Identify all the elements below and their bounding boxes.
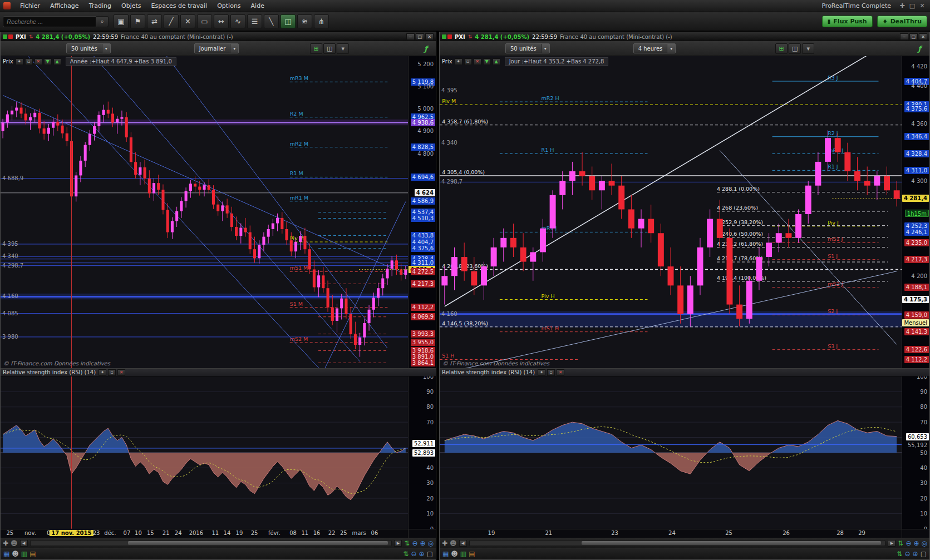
- menu-affichage[interactable]: Affichage: [45, 1, 84, 11]
- panel-detach-icon[interactable]: ▫: [464, 58, 472, 65]
- panel-download-icon[interactable]: ▼: [483, 58, 491, 65]
- window-titlebar[interactable]: PXI ⇅ 4 281,4 (+0,05%) 22:59:59 France 4…: [1, 32, 436, 41]
- crosshair-tool-icon[interactable]: ✚: [442, 540, 447, 547]
- pattern-tool-icon[interactable]: ≋: [297, 14, 312, 28]
- rsi-axis[interactable]: 10090807052,91152,893403020100: [408, 376, 436, 529]
- reset-zoom-icon[interactable]: ◎: [922, 540, 927, 547]
- probacktest-icon[interactable]: ƒ: [914, 43, 925, 54]
- scrollbar-thumb[interactable]: [128, 541, 388, 545]
- move-tool-icon[interactable]: ↔: [214, 14, 229, 28]
- add-indicator-icon[interactable]: ⊞: [775, 43, 788, 54]
- list-icon[interactable]: ▤: [469, 551, 475, 557]
- panel-close-icon[interactable]: ✕: [474, 58, 481, 65]
- price-axis[interactable]: 4 4204 404,74 4004 380,14 375,64 3604 34…: [902, 56, 929, 368]
- units-dropdown[interactable]: 50 unités ▾: [505, 43, 550, 53]
- alerts-icon[interactable]: ⚑: [130, 14, 145, 28]
- scrollbar-track[interactable]: [469, 540, 886, 546]
- chart-style-caret-icon[interactable]: ▾: [802, 43, 814, 54]
- pointer-tool-icon[interactable]: ☻: [450, 540, 457, 547]
- new-chart-icon[interactable]: ▦: [3, 551, 9, 557]
- zoom-out-icon[interactable]: ⊖: [906, 540, 911, 547]
- candlestick-tool-icon[interactable]: ◫: [281, 14, 296, 28]
- timeframe-dropdown[interactable]: 4 heures ▾: [633, 43, 676, 53]
- add-indicator-icon[interactable]: ⊞: [310, 43, 322, 54]
- zoom-out-icon[interactable]: ⊖: [412, 540, 417, 547]
- chart-style-caret-icon[interactable]: ▾: [337, 43, 349, 54]
- pitchfork-tool-icon[interactable]: ⋔: [314, 14, 329, 28]
- menu-options[interactable]: Options: [212, 1, 245, 11]
- fibonacci-tool-icon[interactable]: ☰: [247, 14, 262, 28]
- menu-aide[interactable]: Aide: [246, 1, 269, 11]
- chart-style-icon[interactable]: ◫: [789, 43, 801, 54]
- compare-icon[interactable]: ⇄: [147, 14, 162, 28]
- maximize-button[interactable]: □: [909, 33, 918, 40]
- link-scale-icon[interactable]: ⇅: [404, 540, 410, 547]
- panel-upload-icon[interactable]: ▲: [53, 58, 61, 65]
- expand-icon[interactable]: ▢: [427, 551, 433, 557]
- scroll-left-button[interactable]: ◀: [20, 540, 28, 547]
- rsi-detach-icon[interactable]: ▫: [547, 369, 555, 376]
- panel-settings-icon[interactable]: ✦: [16, 58, 23, 65]
- minimize-button[interactable]: ─: [406, 33, 415, 40]
- menu-espaces-de-travail[interactable]: Espaces de travail: [146, 1, 213, 11]
- zoom-in-icon[interactable]: ⊕: [419, 551, 425, 557]
- close-button[interactable]: ✕: [425, 33, 434, 40]
- zigzag-tool-icon[interactable]: ∿: [230, 14, 245, 28]
- panel-download-icon[interactable]: ▼: [44, 58, 52, 65]
- menu-objets[interactable]: Objets: [116, 1, 146, 11]
- link-scale-icon[interactable]: ⇅: [898, 540, 903, 547]
- timeframe-dropdown[interactable]: Journalier ▾: [194, 43, 239, 53]
- panel-settings-icon[interactable]: ✦: [455, 58, 462, 65]
- probacktest-icon[interactable]: ƒ: [420, 43, 431, 54]
- expand-icon[interactable]: ▢: [921, 551, 927, 557]
- search-input[interactable]: [3, 16, 96, 27]
- minimize-button[interactable]: ─: [900, 33, 908, 40]
- rectangle-tool-icon[interactable]: ▭: [197, 14, 212, 28]
- delete-tool-icon[interactable]: ✕: [180, 14, 195, 28]
- close-window-icon[interactable]: ✕: [918, 2, 927, 9]
- maximize-button[interactable]: □: [416, 33, 424, 40]
- reset-zoom-icon[interactable]: ◎: [428, 540, 434, 547]
- list-icon[interactable]: ▤: [29, 551, 36, 557]
- units-dropdown[interactable]: 50 unités ▾: [66, 43, 111, 53]
- panel-upload-icon[interactable]: ▲: [493, 58, 500, 65]
- new-chart-icon[interactable]: ▦: [442, 551, 449, 557]
- scroll-right-button[interactable]: ▶: [888, 540, 895, 547]
- scrollbar-track[interactable]: [30, 540, 392, 546]
- rsi-chart-canvas[interactable]: [440, 376, 902, 529]
- orders-icon[interactable]: ▥: [460, 551, 466, 557]
- rsi-settings-icon[interactable]: ✦: [99, 369, 106, 376]
- close-button[interactable]: ✕: [919, 33, 927, 40]
- flux-push-button[interactable]: ▮ Flux Push: [822, 16, 873, 27]
- price-axis[interactable]: 5 2005 119,85 1005 0004 962,54 938,64 90…: [408, 56, 436, 368]
- vertical-scale-icon[interactable]: ⇅: [897, 551, 902, 557]
- pointer-tool-icon[interactable]: ☻: [11, 540, 18, 547]
- rsi-close-icon[interactable]: ✕: [117, 369, 125, 376]
- menu-fichier[interactable]: Fichier: [15, 1, 45, 11]
- screenshot-icon[interactable]: ▣: [114, 14, 129, 28]
- vertical-scale-icon[interactable]: ⇅: [403, 551, 409, 557]
- menu-trading[interactable]: Trading: [84, 1, 116, 11]
- restore-window-icon[interactable]: □: [908, 2, 917, 9]
- rsi-settings-icon[interactable]: ✦: [538, 369, 545, 376]
- dealthru-button[interactable]: ♦ DealThru: [877, 16, 927, 27]
- zoom-in-icon[interactable]: ⊕: [420, 540, 425, 547]
- chart-style-icon[interactable]: ◫: [323, 43, 336, 54]
- pin-menu-icon[interactable]: ✚: [898, 2, 907, 9]
- time-axis[interactable]: 25nov.0917 nov. 201523déc.07101521242016…: [1, 529, 436, 538]
- scroll-right-button[interactable]: ▶: [394, 540, 402, 547]
- zoom-out-icon[interactable]: ⊖: [905, 551, 911, 557]
- crosshair-tool-icon[interactable]: ✚: [3, 540, 8, 547]
- rsi-axis[interactable]: 10090807060,65355,19250403020100: [902, 376, 929, 529]
- account-icon[interactable]: ☻: [12, 551, 19, 557]
- rsi-chart-canvas[interactable]: [1, 376, 408, 529]
- zoom-out-icon[interactable]: ⊖: [411, 551, 417, 557]
- scrollbar-thumb[interactable]: [582, 541, 881, 545]
- time-axis[interactable]: 1921232425262829: [440, 529, 929, 538]
- scroll-left-button[interactable]: ◀: [459, 540, 467, 547]
- orders-icon[interactable]: ▥: [21, 551, 27, 557]
- zoom-in-icon[interactable]: ⊕: [913, 540, 919, 547]
- price-chart-canvas[interactable]: mR3 MR2 MmR2 MR1 MmR1 MPiv MmS1 MS1 MmS2…: [1, 56, 408, 368]
- trendline-tool-icon[interactable]: ╱: [164, 14, 179, 28]
- zoom-in-icon[interactable]: ⊕: [913, 551, 918, 557]
